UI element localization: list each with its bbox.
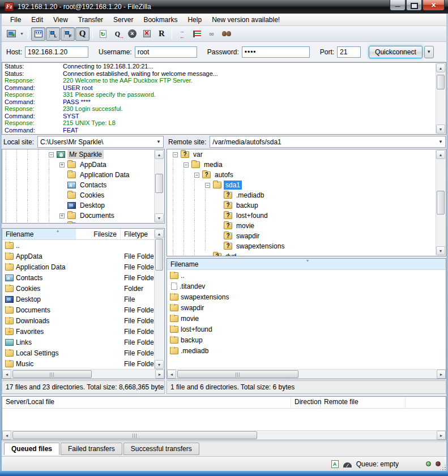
remote-list-hscrollbar[interactable]	[167, 369, 446, 379]
menu-item[interactable]: Server	[108, 15, 138, 25]
scroll-left-icon[interactable]	[167, 370, 176, 379]
file-row[interactable]: AppData File Folder	[2, 251, 155, 261]
file-row[interactable]: lost+found	[167, 324, 446, 335]
scroll-down-icon[interactable]	[155, 360, 164, 369]
expander-toggle-icon[interactable]	[59, 162, 65, 168]
local-site-combo[interactable]: C:\Users\Mr Sparkle\	[37, 136, 164, 148]
queue-tab[interactable]: Successful transfers	[123, 443, 199, 455]
local-list-hscrollbar[interactable]	[2, 369, 164, 379]
tree-item[interactable]: autofs	[167, 170, 446, 180]
file-row[interactable]: Desktop File	[2, 294, 155, 305]
expander-toggle-icon[interactable]	[184, 162, 189, 168]
scroll-down-icon[interactable]	[155, 213, 164, 222]
scroll-thumb[interactable]	[155, 174, 163, 193]
scroll-right-icon[interactable]	[155, 370, 164, 379]
scroll-thumb[interactable]	[177, 370, 298, 378]
find-files-button[interactable]	[219, 27, 233, 41]
tree-item[interactable]: AppData	[2, 160, 164, 170]
expander-toggle-icon[interactable]	[194, 173, 199, 178]
scroll-right-icon[interactable]	[437, 370, 446, 379]
column-filename[interactable]: Filename	[2, 229, 76, 239]
menu-item[interactable]: File	[5, 15, 26, 25]
tree-item[interactable]: Application Data	[2, 170, 164, 180]
close-button[interactable]	[423, 0, 445, 11]
queue-tab[interactable]: Queued files	[4, 443, 59, 455]
menu-item[interactable]: Bookmarks	[138, 15, 182, 25]
expander-toggle-icon[interactable]	[59, 213, 65, 218]
scroll-thumb[interactable]	[437, 191, 445, 215]
local-tree-scrollbar[interactable]	[154, 150, 164, 222]
tree-item[interactable]: swapextensions	[167, 241, 446, 251]
file-row[interactable]: Local Settings File Folder	[2, 348, 155, 358]
tree-item[interactable]: Cookies	[2, 190, 164, 200]
maximize-button[interactable]	[406, 0, 422, 11]
chevron-down-icon[interactable]	[436, 136, 445, 147]
cancel-button[interactable]	[125, 27, 139, 41]
quickconnect-caret-icon[interactable]	[424, 46, 434, 58]
tree-item[interactable]: media	[167, 160, 446, 170]
menu-item[interactable]: Edit	[26, 15, 48, 25]
scroll-left-icon[interactable]	[2, 370, 11, 379]
directory-comparison-button[interactable]	[175, 27, 189, 41]
password-input[interactable]	[242, 46, 310, 58]
log-scrollbar[interactable]	[436, 63, 445, 134]
menu-item[interactable]: New version available!	[207, 15, 285, 25]
username-input[interactable]	[135, 46, 197, 58]
reconnect-button[interactable]: R	[155, 27, 169, 41]
tree-item[interactable]: swapdir	[167, 231, 446, 241]
expander-toggle-icon[interactable]	[59, 224, 65, 224]
scroll-left-icon[interactable]	[2, 431, 11, 440]
tree-item[interactable]: var	[167, 149, 446, 160]
tree-item[interactable]: Downloads	[2, 221, 164, 224]
scroll-up-icon[interactable]	[436, 63, 445, 72]
file-row[interactable]: backup	[167, 335, 446, 345]
site-manager-caret-icon[interactable]	[19, 27, 25, 41]
column-server-local-file[interactable]: Server/Local file	[2, 397, 291, 408]
scroll-up-icon[interactable]	[155, 150, 164, 159]
quickconnect-button[interactable]: Quickconnect	[369, 46, 423, 58]
scroll-up-icon[interactable]	[436, 150, 445, 159]
tree-item[interactable]: lost+found	[167, 211, 446, 221]
minimize-button[interactable]	[390, 0, 406, 11]
file-row[interactable]: Favorites File Folder	[2, 326, 155, 337]
queue-tab[interactable]: Failed transfers	[61, 443, 122, 455]
file-row[interactable]: swapdir	[167, 302, 446, 313]
toggle-local-tree-button[interactable]	[46, 27, 60, 41]
tree-item[interactable]: backup	[167, 200, 446, 211]
tree-item[interactable]: sda1	[167, 180, 446, 190]
site-manager-button[interactable]	[4, 27, 18, 41]
queue-hscrollbar[interactable]	[2, 430, 446, 440]
scroll-thumb[interactable]	[12, 370, 92, 378]
disconnect-button[interactable]	[140, 27, 154, 41]
file-row[interactable]: ..	[2, 240, 155, 251]
file-row[interactable]: ..	[167, 270, 446, 281]
remote-tree-scrollbar[interactable]	[436, 150, 445, 255]
tree-item[interactable]: Mr Sparkle	[2, 149, 164, 160]
file-row[interactable]: Links File Folder	[2, 337, 155, 348]
file-row[interactable]: Documents File Folder	[2, 305, 155, 315]
menu-item[interactable]: Help	[182, 15, 207, 25]
file-row[interactable]: .titandev	[167, 281, 446, 291]
file-row[interactable]: Contacts File Folder	[2, 272, 155, 283]
column-remote-file[interactable]: Remote file	[321, 397, 406, 408]
scroll-down-icon[interactable]	[436, 246, 445, 255]
file-row[interactable]: movie	[167, 313, 446, 324]
tree-item[interactable]: Desktop	[2, 200, 164, 211]
tree-item[interactable]: Contacts	[2, 180, 164, 190]
column-direction[interactable]: Direction	[291, 397, 321, 408]
toggle-remote-tree-button[interactable]	[61, 27, 75, 41]
expander-toggle-icon[interactable]	[173, 152, 178, 157]
file-row[interactable]: Cookies Folder	[2, 283, 155, 294]
file-row[interactable]: Downloads File Folder	[2, 315, 155, 326]
scroll-down-icon[interactable]	[436, 125, 445, 134]
scroll-thumb[interactable]	[155, 239, 163, 271]
remote-site-combo[interactable]: /var/media/autofs/sda1	[210, 136, 446, 148]
file-row[interactable]: .mediadb	[167, 345, 446, 356]
column-filesize[interactable]: Filesize	[76, 229, 121, 239]
toggle-log-button[interactable]	[31, 27, 45, 41]
comparison-list-button[interactable]	[190, 27, 204, 41]
expander-toggle-icon[interactable]	[49, 152, 54, 157]
refresh-button[interactable]	[96, 27, 110, 41]
process-queue-button[interactable]: Q	[110, 27, 125, 41]
scroll-up-icon[interactable]	[155, 229, 164, 238]
